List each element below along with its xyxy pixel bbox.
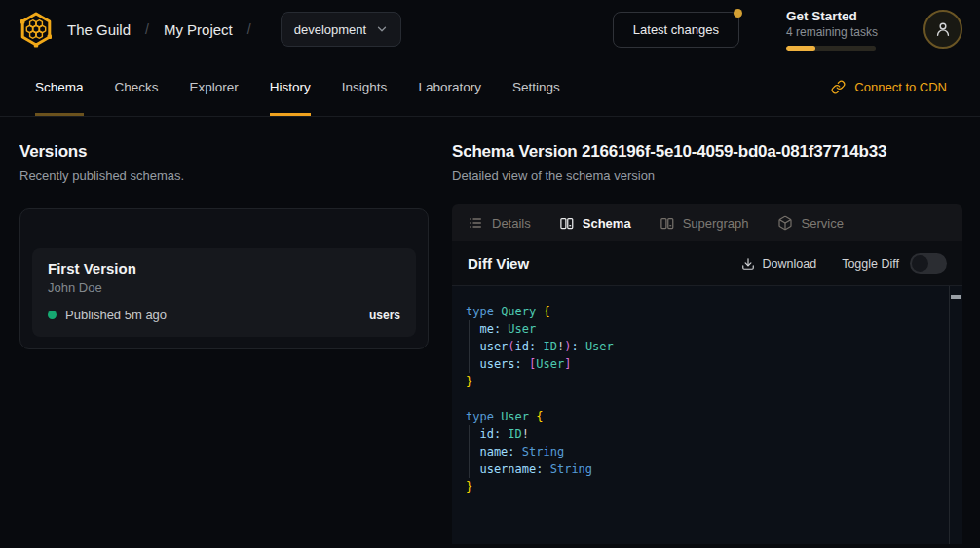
toggle-diff-switch[interactable]	[910, 253, 947, 274]
columns-icon	[559, 216, 574, 231]
code-line: username: String	[466, 460, 949, 478]
get-started-widget[interactable]: Get Started 4 remaining tasks	[786, 9, 876, 51]
get-started-progressbar	[786, 46, 876, 51]
target-selector[interactable]: development	[281, 12, 401, 47]
main-nav: Schema Checks Explorer History Insights …	[0, 58, 980, 117]
user-avatar[interactable]	[923, 10, 962, 49]
tab-details[interactable]: Details	[468, 215, 531, 231]
page-subtitle: Detailed view of the schema version	[452, 168, 962, 183]
list-icon	[468, 215, 483, 231]
version-name: First Version	[48, 260, 400, 276]
tab-explorer[interactable]: Explorer	[190, 58, 239, 116]
tab-label: Laboratory	[418, 80, 481, 94]
versions-subtitle: Recently published schemas.	[19, 168, 429, 183]
tab-service[interactable]: Service	[777, 215, 844, 231]
get-started-title: Get Started	[786, 9, 876, 23]
download-button[interactable]: Download	[741, 257, 817, 271]
main-content: Versions Recently published schemas. Fir…	[0, 117, 980, 544]
code-scrollbar[interactable]	[949, 286, 962, 544]
toggle-diff-label: Toggle Diff	[842, 257, 899, 271]
tab-schema[interactable]: Schema	[35, 58, 84, 116]
link-icon	[831, 80, 846, 94]
notification-dot	[734, 9, 742, 18]
tab-label: Settings	[512, 80, 560, 94]
columns-icon	[660, 216, 674, 231]
schema-version-panel: Schema Version 2166196f-5e10-4059-bd0a-0…	[452, 117, 980, 544]
progress-fill	[786, 46, 815, 51]
page-title: Schema Version 2166196f-5e10-4059-bd0a-0…	[452, 142, 962, 162]
version-status: Published 5m ago	[65, 308, 167, 322]
code-content: type Query {me: Useruser(id: ID!): Useru…	[452, 286, 949, 544]
target-selector-value: development	[294, 22, 366, 37]
breadcrumb-separator: /	[145, 21, 149, 37]
breadcrumb-separator: /	[247, 21, 251, 37]
tab-checks[interactable]: Checks	[115, 58, 159, 116]
tab-history[interactable]: History	[270, 58, 311, 116]
tab-settings[interactable]: Settings	[512, 58, 560, 116]
download-icon	[741, 257, 755, 271]
code-line: }	[466, 373, 949, 390]
code-line: users: [User]	[466, 355, 949, 373]
tab-label: History	[270, 80, 311, 94]
tab-label: Details	[492, 216, 531, 231]
latest-changes-label: Latest changes	[633, 22, 719, 37]
tab-label: Supergraph	[683, 216, 749, 231]
detail-tabstrip: Details Schema Supergraph	[452, 204, 962, 241]
version-list-item[interactable]: First Version John Doe Published 5m ago …	[32, 248, 416, 337]
tab-schema-view[interactable]: Schema	[559, 216, 631, 231]
code-line: }	[466, 478, 949, 495]
user-icon	[933, 19, 953, 39]
code-line	[466, 390, 949, 408]
code-line: type User {	[466, 408, 949, 425]
tab-label: Service	[802, 216, 844, 231]
connect-to-cdn-label: Connect to CDN	[854, 80, 947, 94]
breadcrumb-org[interactable]: The Guild	[67, 21, 131, 38]
tab-laboratory[interactable]: Laboratory	[418, 58, 481, 116]
breadcrumb-project[interactable]: My Project	[164, 21, 233, 38]
version-author: John Doe	[48, 280, 400, 295]
code-line: name: String	[466, 443, 949, 460]
diff-toolbar: Diff View Download Toggle Diff	[452, 241, 962, 286]
tab-label: Explorer	[190, 80, 239, 94]
code-line: id: ID!	[466, 425, 949, 443]
diff-view-title: Diff View	[468, 255, 529, 272]
versions-title: Versions	[19, 142, 429, 162]
versions-panel: Versions Recently published schemas. Fir…	[0, 117, 452, 544]
hive-logo-icon[interactable]	[18, 11, 55, 48]
scrollbar-thumb[interactable]	[951, 295, 961, 299]
switch-knob	[912, 255, 928, 272]
tab-label: Schema	[35, 80, 84, 94]
cube-icon	[777, 215, 793, 231]
code-line: me: User	[466, 320, 949, 338]
chevron-down-icon	[375, 22, 389, 36]
tab-supergraph[interactable]: Supergraph	[660, 216, 749, 231]
latest-changes-button[interactable]: Latest changes	[613, 12, 739, 48]
tab-insights[interactable]: Insights	[342, 58, 388, 116]
versions-list-card: First Version John Doe Published 5m ago …	[19, 208, 429, 349]
code-line: type Query {	[466, 303, 949, 320]
tab-label: Insights	[342, 80, 388, 94]
tab-label: Checks	[115, 80, 159, 94]
connect-to-cdn-button[interactable]: Connect to CDN	[831, 80, 947, 94]
service-badge: users	[369, 309, 400, 322]
code-line: user(id: ID!): User	[466, 338, 949, 355]
tab-label: Schema	[583, 216, 631, 231]
published-status-icon	[48, 311, 57, 319]
app-header: The Guild / My Project / development Lat…	[0, 0, 980, 58]
get-started-subtitle: 4 remaining tasks	[786, 25, 876, 39]
schema-code-viewer[interactable]: type Query {me: Useruser(id: ID!): Useru…	[452, 286, 962, 544]
download-label: Download	[763, 257, 817, 271]
